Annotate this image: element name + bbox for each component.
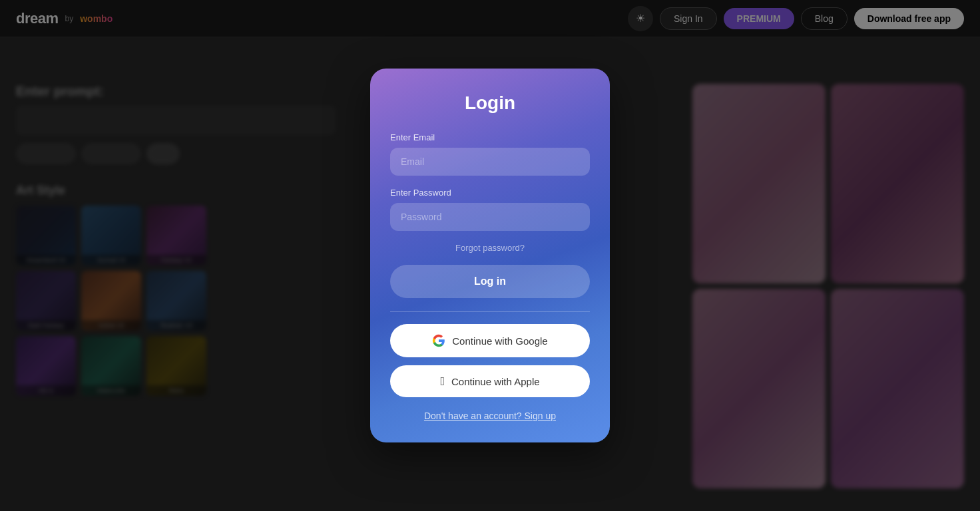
google-button-label: Continue with Google (452, 335, 547, 347)
password-label: Enter Password (390, 188, 590, 198)
email-label: Enter Email (390, 132, 590, 142)
google-icon (432, 334, 445, 347)
email-input[interactable] (390, 148, 590, 176)
apple-icon:  (440, 375, 445, 387)
continue-apple-button[interactable]:  Continue with Apple (390, 365, 590, 397)
password-input[interactable] (390, 203, 590, 231)
login-modal: Login Enter Email Enter Password Forgot … (370, 69, 610, 442)
forgot-password-link[interactable]: Forgot password? (390, 243, 590, 253)
modal-overlay: Login Enter Email Enter Password Forgot … (0, 0, 980, 511)
modal-title: Login (390, 92, 590, 114)
signup-link[interactable]: Don't have an account? Sign up (390, 411, 590, 421)
continue-google-button[interactable]: Continue with Google (390, 324, 590, 357)
apple-button-label: Continue with Apple (451, 376, 540, 387)
login-button[interactable]: Log in (390, 265, 590, 298)
divider (390, 311, 590, 312)
